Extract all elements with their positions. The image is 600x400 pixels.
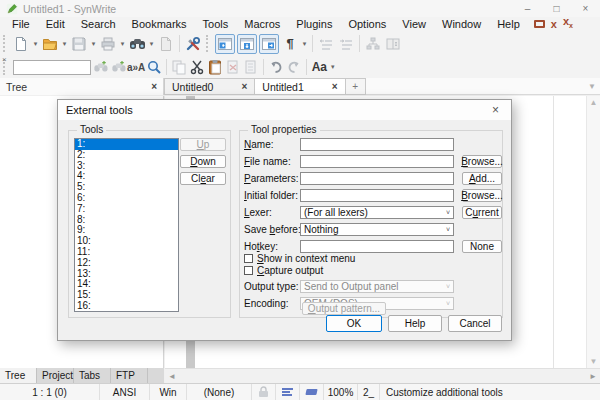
delete-icon[interactable] xyxy=(224,58,242,76)
lock-icon[interactable] xyxy=(252,384,276,400)
toolbar-grip[interactable] xyxy=(3,35,8,53)
tools-list-item[interactable]: 10: xyxy=(75,236,178,247)
minimize-button[interactable]: – xyxy=(513,0,542,17)
save-button[interactable] xyxy=(69,34,89,54)
lexer-select[interactable]: (For all lexers)˅ xyxy=(300,206,454,219)
scroll-down-icon[interactable]: ▼ xyxy=(587,357,600,366)
find-next-icon[interactable] xyxy=(109,58,127,76)
copy-icon[interactable] xyxy=(170,58,188,76)
match-case-icon[interactable]: a»A xyxy=(127,58,145,76)
menu-item[interactable]: View xyxy=(394,18,434,30)
toggle-bottom-panel-button[interactable] xyxy=(237,34,257,54)
insert-mode[interactable]: 2_ xyxy=(358,384,380,400)
help-button[interactable]: Help xyxy=(388,315,442,332)
new-file-dropdown[interactable]: ▾ xyxy=(31,34,40,54)
quick-search-input[interactable] xyxy=(13,60,91,75)
menu-item[interactable]: Window xyxy=(434,18,489,30)
new-file-button[interactable] xyxy=(11,34,31,54)
panel-tab[interactable]: Tabs xyxy=(74,368,111,383)
tab-untitled1[interactable]: Untitled1 × xyxy=(255,78,345,95)
open-file-button[interactable] xyxy=(40,34,60,54)
menu-item[interactable]: Plugins xyxy=(288,18,340,30)
editor-vertical-scrollbar[interactable]: ▲ ▼ xyxy=(586,96,600,368)
tools-list-item[interactable]: 3: xyxy=(75,161,178,172)
scroll-up-icon[interactable]: ▲ xyxy=(587,98,600,107)
tab-close-icon[interactable]: × xyxy=(332,81,338,92)
line-ends-status[interactable]: Win xyxy=(150,384,187,400)
save-dropdown[interactable]: ▾ xyxy=(89,34,98,54)
panel-close-icon[interactable]: × xyxy=(151,81,157,92)
menu-item[interactable]: Help xyxy=(489,18,528,30)
show-in-context-menu-checkbox[interactable]: Show in context menu xyxy=(244,253,355,264)
capture-output-checkbox[interactable]: Capture output xyxy=(244,265,323,276)
cut-icon[interactable] xyxy=(188,58,206,76)
tools-list-item[interactable]: 16: xyxy=(75,301,178,312)
new-tab-button[interactable]: + xyxy=(346,78,366,95)
editor-horizontal-scrollbar[interactable]: ◄ ► xyxy=(165,368,600,383)
menu-item[interactable]: Macros xyxy=(236,18,288,30)
menu-item[interactable]: Options xyxy=(340,18,394,30)
paste-icon[interactable] xyxy=(206,58,224,76)
checkbox-icon[interactable] xyxy=(244,266,253,275)
dialog-close-icon[interactable]: × xyxy=(488,103,503,117)
menu-item[interactable]: Edit xyxy=(38,18,73,30)
tools-list-item[interactable]: 12: xyxy=(75,258,178,269)
save-before-select[interactable]: Nothing˅ xyxy=(300,223,454,236)
zoom-icon[interactable] xyxy=(145,58,163,76)
tools-list-item[interactable]: 4: xyxy=(75,171,178,182)
menu-item[interactable]: Search xyxy=(73,18,124,30)
scroll-left-icon[interactable]: ◄ xyxy=(168,372,176,381)
current-lexer-button[interactable]: Current xyxy=(462,206,502,219)
tools-list-item[interactable]: 7: xyxy=(75,204,178,215)
dialog-title-bar[interactable]: External tools × xyxy=(58,100,511,120)
file-name-field[interactable] xyxy=(300,155,454,168)
text-case-dropdown[interactable]: ▾ xyxy=(328,57,337,77)
tools-list-item[interactable]: 2: xyxy=(75,150,178,161)
lexer-status[interactable]: (None) xyxy=(187,384,252,400)
ok-button[interactable]: OK xyxy=(326,315,382,332)
menu-item[interactable]: Bookmarks xyxy=(124,18,195,30)
code-tree-icon[interactable] xyxy=(363,34,383,54)
output-pattern-button[interactable]: Output pattern... xyxy=(302,302,386,315)
toolbar-close-icon[interactable]: × xyxy=(2,56,7,64)
tools-list-item[interactable]: 1: xyxy=(75,139,178,150)
show-nonprinted-button[interactable]: ¶ xyxy=(280,34,300,54)
zoom-level[interactable]: 100% xyxy=(324,384,358,400)
name-field[interactable] xyxy=(300,138,454,151)
tools-list-item[interactable]: 8: xyxy=(75,215,178,226)
duplicate-icon[interactable] xyxy=(242,58,260,76)
print-dropdown[interactable]: ▾ xyxy=(118,34,127,54)
cancel-button[interactable]: Cancel xyxy=(448,315,502,332)
panel-tab[interactable]: FTP xyxy=(111,368,148,383)
selection-mode-icon[interactable] xyxy=(300,384,324,400)
encoding-status[interactable]: ANSI xyxy=(100,384,150,400)
open-file-dropdown[interactable]: ▾ xyxy=(60,34,69,54)
tab-close-icon[interactable]: × xyxy=(241,81,247,92)
undo-icon[interactable] xyxy=(267,58,285,76)
mdi-close-all-icon[interactable]: xx xyxy=(563,17,573,30)
find-dropdown[interactable]: ▾ xyxy=(147,34,156,54)
browse-file-button[interactable]: Browse... xyxy=(462,155,502,168)
add-button[interactable]: Add... xyxy=(462,172,502,185)
panel-tab[interactable]: Project xyxy=(37,368,74,383)
tab-list-dropdown-icon[interactable]: ▼ xyxy=(588,82,596,91)
save-copy-button[interactable] xyxy=(156,34,176,54)
find-prev-icon[interactable] xyxy=(91,58,109,76)
checkbox-icon[interactable] xyxy=(244,254,253,263)
initial-folder-field[interactable] xyxy=(300,189,454,202)
menu-item[interactable]: File xyxy=(4,18,38,30)
hotkey-field[interactable] xyxy=(300,240,454,253)
mdi-close-icon[interactable]: x xyxy=(551,20,557,28)
clear-button[interactable]: Clear xyxy=(180,172,226,185)
print-button[interactable] xyxy=(98,34,118,54)
nonprinted-dropdown[interactable]: ▾ xyxy=(300,34,309,54)
tab-untitled0[interactable]: Untitled0 × xyxy=(164,78,255,95)
tools-list-item[interactable]: 6: xyxy=(75,193,178,204)
none-hotkey-button[interactable]: None xyxy=(462,240,502,253)
parameters-field[interactable] xyxy=(300,172,454,185)
browse-folder-button[interactable]: Browse... xyxy=(462,189,502,202)
word-wrap-icon[interactable] xyxy=(276,384,300,400)
mdi-restore-icon[interactable] xyxy=(534,20,545,28)
redo-icon[interactable] xyxy=(285,58,303,76)
indent-decrease-icon[interactable] xyxy=(316,34,336,54)
